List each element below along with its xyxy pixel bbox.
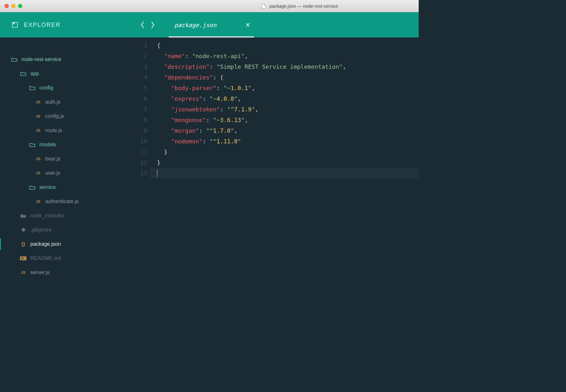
- tree-item-label: route.js: [45, 128, 62, 133]
- tree-item-label: app: [30, 71, 39, 77]
- code-content[interactable]: { "name": "node-rest-api", "description"…: [151, 37, 419, 290]
- folder-config[interactable]: config: [0, 81, 132, 95]
- js-file-icon: JS: [35, 171, 41, 175]
- markdown-file-icon: M↓: [20, 256, 26, 260]
- code-line[interactable]: "express": "~4.0.0",: [157, 93, 419, 104]
- js-file-icon: JS: [20, 271, 26, 274]
- js-file-icon: JS: [35, 200, 41, 203]
- tree-item-label: server.js: [30, 270, 50, 275]
- file-auth-js[interactable]: JS auth.js: [0, 95, 132, 109]
- folder-icon: [20, 213, 26, 218]
- minimize-window-button[interactable]: [11, 4, 16, 8]
- tree-item-label: service: [39, 184, 56, 190]
- code-line[interactable]: "dependencies": {: [157, 72, 419, 83]
- folder-models[interactable]: models: [0, 138, 132, 152]
- js-file-icon: JS: [35, 114, 41, 118]
- tree-item-label: models: [39, 142, 56, 148]
- tree-item-label: README.md: [30, 255, 61, 261]
- js-file-icon: JS: [35, 157, 41, 161]
- line-number: 8: [132, 115, 151, 125]
- folder-open-icon: [29, 185, 36, 190]
- line-gutter: 12345678910111213: [132, 37, 151, 290]
- tree-item-label: authenticate.js: [45, 199, 79, 204]
- close-tab-icon[interactable]: [246, 23, 250, 27]
- tree-item-label: config: [39, 85, 53, 91]
- file-authenticate-js[interactable]: JS authenticate.js: [0, 194, 132, 209]
- folder-open-icon: [20, 71, 26, 76]
- line-number: 5: [132, 83, 151, 93]
- explorer-icon: [12, 22, 18, 28]
- folder-open-icon: [11, 57, 17, 62]
- nav-forward-icon[interactable]: [151, 21, 155, 28]
- tab-bar: package.json: [132, 12, 419, 37]
- svg-rect-0: [12, 22, 17, 27]
- line-number: 13: [132, 168, 151, 179]
- code-line[interactable]: "body-parser": "~1.0.1",: [157, 83, 419, 93]
- tree-item-label: node-rest-service: [21, 57, 61, 62]
- sidebar-header[interactable]: EXPLORER: [0, 12, 132, 37]
- sidebar: EXPLORER node-rest-service app config JS…: [0, 12, 132, 290]
- code-line[interactable]: "mongoose": "~3.6.13",: [157, 115, 419, 125]
- line-number: 3: [132, 61, 151, 72]
- line-number: 11: [132, 147, 151, 157]
- cursor: [157, 170, 157, 177]
- code-line[interactable]: }: [157, 147, 419, 157]
- code-line[interactable]: "description": "Simple REST Service impl…: [157, 61, 419, 72]
- code-line[interactable]: "morgan": "^1.7.0",: [157, 125, 419, 136]
- file-tree: node-rest-service app config JS auth.js …: [0, 37, 132, 280]
- editor: package.json 12345678910111213 { "name":…: [132, 12, 419, 290]
- folder-open-icon: [29, 86, 36, 90]
- line-number: 9: [132, 125, 151, 136]
- tree-item-label: user.js: [45, 170, 60, 176]
- line-number: 12: [132, 157, 151, 168]
- nav-back-icon[interactable]: [140, 21, 145, 28]
- tree-item-label: node_modules: [30, 213, 64, 219]
- file-user-js[interactable]: JS user.js: [0, 166, 132, 180]
- file-gitignore[interactable]: ✱ .gitignore: [0, 223, 132, 237]
- zoom-window-button[interactable]: [18, 4, 22, 8]
- js-file-icon: JS: [35, 100, 41, 104]
- line-number: 6: [132, 93, 151, 104]
- line-number: 7: [132, 104, 151, 115]
- svg-rect-1: [13, 22, 15, 24]
- file-icon: [262, 4, 266, 9]
- code-line[interactable]: [151, 168, 419, 179]
- folder-open-icon: [29, 142, 36, 147]
- tab-title: package.json: [174, 22, 216, 28]
- tree-item-label: auth.js: [45, 99, 60, 105]
- sidebar-title: EXPLORER: [24, 22, 61, 28]
- file-readme-md[interactable]: M↓ README.md: [0, 251, 132, 265]
- line-number: 1: [132, 40, 151, 51]
- code-line[interactable]: }: [157, 157, 419, 168]
- file-route-js[interactable]: JS route.js: [0, 123, 132, 138]
- line-number: 2: [132, 51, 151, 61]
- folder-service[interactable]: service: [0, 180, 132, 194]
- line-number: 4: [132, 72, 151, 83]
- code-editor[interactable]: 12345678910111213 { "name": "node-rest-a…: [132, 37, 419, 290]
- code-line[interactable]: "jsonwebtoken": "^7.1.9",: [157, 104, 419, 115]
- code-line[interactable]: "name": "node-rest-api",: [157, 51, 419, 61]
- gitignore-icon: ✱: [20, 227, 26, 233]
- titlebar: package.json — node-rest-service: [0, 0, 419, 12]
- project-root[interactable]: node-rest-service: [0, 52, 132, 67]
- close-window-button[interactable]: [5, 4, 9, 8]
- file-package-json[interactable]: {} package.json: [0, 237, 132, 251]
- tree-item-label: package.json: [30, 241, 61, 247]
- tree-item-label: bear.js: [45, 156, 60, 162]
- code-line[interactable]: {: [157, 40, 419, 51]
- window-title: package.json — node-rest-service: [269, 4, 338, 9]
- file-bear-js[interactable]: JS bear.js: [0, 152, 132, 166]
- tree-item-label: .gitignore: [30, 227, 52, 233]
- tree-item-label: config.js: [45, 113, 64, 119]
- json-file-icon: {}: [20, 242, 26, 247]
- line-number: 10: [132, 136, 151, 147]
- tab-package-json[interactable]: package.json: [171, 12, 254, 37]
- folder-node-modules[interactable]: node_modules: [0, 209, 132, 223]
- file-config-js[interactable]: JS config.js: [0, 109, 132, 123]
- traffic-lights: [0, 4, 22, 8]
- folder-app[interactable]: app: [0, 67, 132, 81]
- js-file-icon: JS: [35, 129, 41, 132]
- code-line[interactable]: "nodemon": "^1.11.0": [157, 136, 419, 147]
- file-server-js[interactable]: JS server.js: [0, 265, 132, 280]
